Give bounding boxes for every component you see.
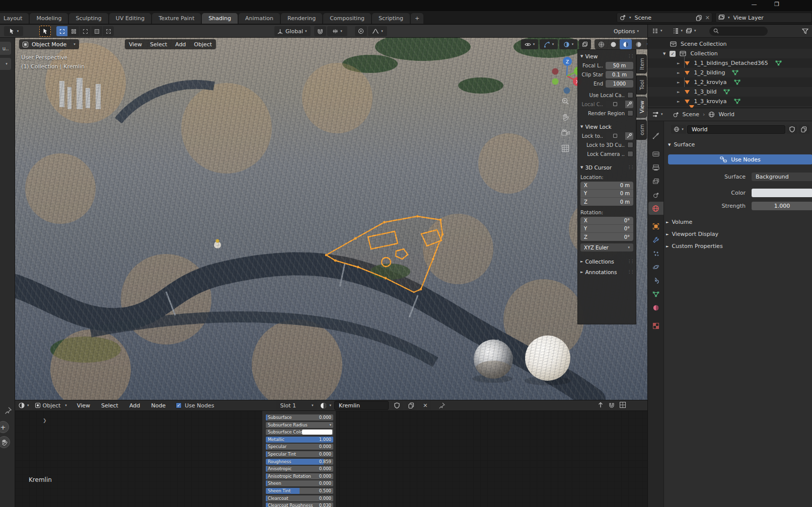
drag-dots-icon[interactable]: ⋮⋮: [627, 259, 633, 264]
select-subtract-button[interactable]: [80, 26, 91, 36]
tab-object[interactable]: [648, 220, 663, 233]
proportional-falloff-dropdown[interactable]: ▾: [368, 26, 387, 36]
proportional-editing-toggle[interactable]: [355, 26, 367, 36]
camera-view-icon[interactable]: [561, 129, 570, 136]
expander-icon[interactable]: ►: [677, 71, 680, 75]
options-dropdown[interactable]: Options ▾: [611, 26, 642, 36]
parent-node-icon[interactable]: [597, 401, 604, 408]
fake-user-shield-icon[interactable]: [392, 401, 403, 410]
tab-tool[interactable]: [648, 129, 663, 142]
tab-layout[interactable]: Layout: [0, 13, 29, 24]
select-difference-button[interactable]: [91, 26, 102, 36]
zoom-icon[interactable]: [561, 97, 569, 105]
breadcrumb-world[interactable]: World: [718, 111, 734, 118]
zoom-in-button[interactable]: +: [0, 421, 9, 433]
tab-compositing[interactable]: Compositing: [323, 13, 371, 24]
viewport-3d[interactable]: Object Mode ▾ View Select Add Object ▾ ▾…: [15, 38, 647, 400]
viewport-display-panel-header[interactable]: ► Viewport Display: [666, 231, 718, 237]
rotation-mode-dropdown[interactable]: XYZ Euler ▾: [580, 243, 633, 251]
transform-orientation-dropdown[interactable]: Global ▾: [274, 26, 311, 36]
copy-scene-icon[interactable]: [696, 15, 702, 21]
color-swatch[interactable]: [302, 430, 332, 435]
active-tool-dropdown[interactable]: ▾: [4, 26, 23, 36]
outliner-search-input[interactable]: [709, 27, 768, 36]
shading-wireframe-button[interactable]: [596, 39, 607, 49]
node-input-subsurface-radius[interactable]: Subsurface Radius▾: [266, 422, 333, 428]
tab-texture[interactable]: [648, 319, 663, 332]
scene-selector[interactable]: ▾ Scene ✕: [617, 13, 712, 23]
shading-solid-button[interactable]: [608, 39, 619, 49]
expander-icon[interactable]: ►: [677, 80, 680, 84]
collection-checkbox[interactable]: ✓: [670, 51, 676, 57]
outliner-row-object[interactable]: ► 1_2_krovlya: [648, 77, 812, 87]
overlays-dropdown[interactable]: ▾: [559, 39, 577, 49]
editor-type-dropdown[interactable]: ▾: [18, 402, 29, 409]
clip-end-field[interactable]: 1000: [606, 80, 633, 88]
shading-material-preview-button[interactable]: [620, 39, 632, 49]
node-input-sheen-tint[interactable]: Sheen Tint0.500: [266, 488, 333, 494]
menu-add[interactable]: Add: [171, 40, 190, 49]
node-input-anisotropic[interactable]: Anisotropic0.000: [266, 466, 333, 472]
lock-camera-checkbox[interactable]: [627, 151, 633, 157]
surface-type-dropdown[interactable]: Background: [752, 173, 812, 181]
tab-texture-paint[interactable]: Texture Paint: [152, 13, 201, 24]
tab-animation[interactable]: Animation: [239, 13, 280, 24]
menu-select[interactable]: Select: [146, 40, 171, 49]
panel-3d-cursor-header[interactable]: ▼ 3D Cursor ⋮⋮: [580, 163, 633, 172]
node-input-clearcoat-roughness[interactable]: Clearcoat Roughness0.030: [266, 502, 333, 507]
shader-menu-add[interactable]: Add: [125, 401, 144, 410]
tab-shading[interactable]: Shading: [202, 13, 238, 24]
mode-dropdown[interactable]: Object Mode ▾: [19, 39, 79, 49]
filter-image-dropdown[interactable]: ▾: [686, 28, 696, 34]
tab-object-data[interactable]: [648, 288, 663, 301]
gizmos-dropdown[interactable]: ▾: [540, 39, 558, 49]
sidebar-tab-item[interactable]: Item: [636, 54, 647, 73]
view-layer-selector[interactable]: ▾ View Layer: [715, 13, 812, 23]
unlink-scene-icon[interactable]: ✕: [705, 15, 710, 21]
surface-panel-header[interactable]: ▼ Surface: [668, 141, 695, 148]
xray-toggle[interactable]: [579, 39, 591, 49]
menu-object[interactable]: Object: [190, 40, 216, 49]
properties-editor-type-dropdown[interactable]: ▾: [652, 111, 663, 118]
cropped-panel-button[interactable]: u..: [0, 42, 11, 55]
expander-icon[interactable]: ►: [677, 90, 680, 94]
material-name-field[interactable]: Kremlin: [334, 401, 389, 410]
tab-modifiers[interactable]: [648, 233, 663, 246]
cursor-rotation-y[interactable]: Y0°: [580, 225, 633, 233]
lock-to-object-field[interactable]: [606, 132, 625, 140]
overlay-grid-icon[interactable]: [619, 401, 626, 408]
sidebar-tab-view[interactable]: View: [636, 97, 647, 118]
select-box-button[interactable]: [56, 26, 67, 36]
pin-icon[interactable]: [4, 406, 12, 414]
outliner-row-collection[interactable]: ▼ ✓ Collection: [648, 49, 812, 58]
use-local-camera-checkbox[interactable]: [627, 92, 633, 98]
tab-particles[interactable]: [648, 247, 663, 260]
use-nodes-button[interactable]: Use Nodes: [668, 154, 812, 164]
select-extend-button[interactable]: [68, 26, 79, 36]
lock-3d-cursor-checkbox[interactable]: [627, 142, 633, 148]
sidebar-tab-tool[interactable]: Tool: [636, 75, 647, 95]
cursor-rotation-z[interactable]: Z0°: [580, 233, 633, 241]
outliner-editor-type-dropdown[interactable]: ▾: [652, 28, 662, 34]
clip-start-field[interactable]: 0.1 m: [606, 71, 633, 78]
display-mode-dropdown[interactable]: ▾: [673, 28, 683, 34]
node-input-sheen[interactable]: Sheen0.000: [266, 480, 333, 486]
copy-material-icon[interactable]: [406, 401, 417, 410]
cropped-dropdown[interactable]: ▾: [0, 58, 11, 70]
eyedropper-icon[interactable]: [625, 132, 633, 140]
node-input-clearcoat[interactable]: Clearcoat0.000: [266, 495, 333, 501]
outliner-row-object[interactable]: ► 1_3_bild: [648, 87, 812, 97]
tab-rendering[interactable]: Rendering: [281, 13, 322, 24]
custom-properties-panel-header[interactable]: ► Custom Properties: [666, 243, 723, 249]
tab-scripting[interactable]: Scripting: [372, 13, 410, 24]
local-camera-field[interactable]: [606, 101, 625, 108]
color-swatch-field[interactable]: [752, 189, 812, 197]
volume-panel-header[interactable]: ► Volume: [666, 219, 692, 225]
sidebar-tab-osm[interactable]: osm: [636, 120, 647, 140]
drag-dots-icon[interactable]: ⋮⋮: [627, 54, 633, 58]
tab-render[interactable]: [648, 147, 663, 160]
eyedropper-icon[interactable]: [625, 101, 633, 108]
world-name-field[interactable]: World: [687, 125, 785, 134]
shader-menu-select[interactable]: Select: [97, 401, 122, 410]
outliner-row-scene-collection[interactable]: Scene Collection: [648, 39, 812, 49]
